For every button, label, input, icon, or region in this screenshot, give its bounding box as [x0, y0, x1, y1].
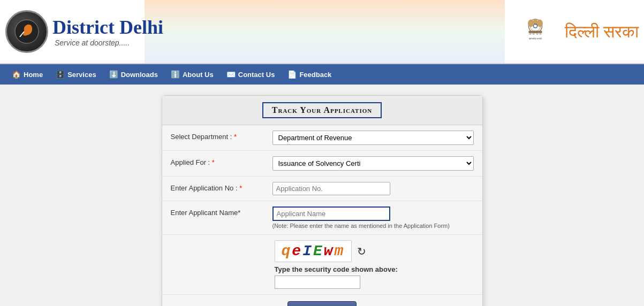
- feedback-icon: 📄: [287, 70, 297, 79]
- form-title: Track Your Application: [262, 102, 382, 118]
- search-button[interactable]: Search: [287, 301, 357, 306]
- svg-text:सत्यमेव जयते: सत्यमेव जयते: [528, 37, 542, 40]
- applicant-name-note: (Note: Please enter the name as mentione…: [272, 223, 474, 229]
- captcha-wrapper: qeIEwm ↻: [275, 240, 367, 262]
- svg-point-4: [528, 20, 534, 27]
- logo-circle-icon: [5, 10, 48, 53]
- department-input-area: Department of Revenue Department of Fina…: [272, 131, 474, 145]
- applicant-name-input[interactable]: [272, 206, 390, 221]
- applicant-name-input-area: (Note: Please enter the name as mentione…: [272, 206, 474, 229]
- hindi-title: दिल्ली सरका: [565, 22, 639, 42]
- app-no-required: *: [239, 184, 242, 192]
- about-icon: ℹ️: [171, 70, 180, 79]
- department-label: Select Department : *: [171, 131, 272, 141]
- nav-contact[interactable]: ✉️ Contact Us: [220, 66, 282, 83]
- header-background: [145, 0, 505, 63]
- header-right: ⊛ ⊛ ⊛ ⊛ सत्यमेव जयते दिल्ली सरका: [514, 10, 639, 53]
- logo-title: District Delhi: [52, 16, 163, 39]
- nav-contact-label: Contact Us: [238, 71, 275, 79]
- nav-home-label: Home: [24, 71, 43, 79]
- applied-for-required: *: [212, 158, 215, 166]
- captcha-image: qeIEwm: [275, 240, 352, 262]
- department-row: Select Department : * Department of Reve…: [162, 125, 482, 151]
- form-title-bar: Track Your Application: [162, 96, 482, 125]
- applied-for-row: Applied For : * Issuance of Solvency Cer…: [162, 151, 482, 177]
- logo: District Delhi Service at doorstep.....: [5, 10, 163, 53]
- captcha-refresh-icon[interactable]: ↻: [357, 245, 366, 258]
- captcha-label: Type the security code shown above:: [275, 265, 398, 273]
- form-body: Select Department : * Department of Reve…: [162, 125, 482, 306]
- emblem: ⊛ ⊛ ⊛ ⊛ सत्यमेव जयते: [514, 10, 557, 53]
- department-required: *: [234, 133, 237, 141]
- people-overlay: [145, 0, 505, 63]
- main-content: Track Your Application Select Department…: [0, 85, 644, 306]
- nav-feedback-label: Feedback: [299, 71, 331, 79]
- captcha-row: qeIEwm ↻ Type the security code shown ab…: [162, 235, 482, 295]
- svg-text:⊛ ⊛ ⊛ ⊛: ⊛ ⊛ ⊛ ⊛: [529, 32, 542, 35]
- logo-text: District Delhi Service at doorstep.....: [52, 16, 163, 47]
- nav-services-label: Services: [67, 71, 96, 79]
- contact-icon: ✉️: [226, 70, 236, 79]
- services-icon: 🗄️: [56, 70, 65, 79]
- applied-for-label: Applied For : *: [171, 156, 272, 166]
- nav-home[interactable]: 🏠 Home: [5, 66, 49, 83]
- app-no-input-area: [272, 182, 474, 195]
- applicant-name-row: Enter Applicant Name* (Note: Please ente…: [162, 201, 482, 235]
- downloads-icon: ⬇️: [109, 70, 118, 79]
- nav-feedback[interactable]: 📄 Feedback: [281, 66, 338, 83]
- nav-downloads[interactable]: ⬇️ Downloads: [103, 66, 164, 83]
- track-form-container: Track Your Application Select Department…: [162, 95, 483, 306]
- department-select[interactable]: Department of Revenue Department of Fina…: [272, 131, 474, 145]
- app-no-row: Enter Application No : *: [162, 177, 482, 201]
- captcha-input[interactable]: [275, 276, 360, 289]
- application-no-input[interactable]: [272, 182, 390, 195]
- applicant-name-label: Enter Applicant Name*: [171, 206, 272, 217]
- svg-point-5: [537, 20, 543, 27]
- app-no-label: Enter Application No : *: [171, 182, 272, 192]
- applied-for-select[interactable]: Issuance of Solvency Certi Other Service: [272, 156, 474, 171]
- nav-about[interactable]: ℹ️ About Us: [164, 66, 220, 83]
- nav-services[interactable]: 🗄️ Services: [49, 66, 103, 83]
- nav-about-label: About Us: [183, 71, 214, 79]
- header: District Delhi Service at doorstep..... …: [0, 0, 644, 64]
- navbar: 🏠 Home 🗄️ Services ⬇️ Downloads ℹ️ About…: [0, 64, 644, 85]
- nav-downloads-label: Downloads: [121, 71, 158, 79]
- logo-subtitle: Service at doorstep.....: [55, 39, 163, 47]
- form-card: Track Your Application Select Department…: [162, 95, 483, 306]
- search-row: Search: [162, 295, 482, 306]
- home-icon: 🏠: [12, 70, 21, 79]
- applied-for-input-area: Issuance of Solvency Certi Other Service: [272, 156, 474, 171]
